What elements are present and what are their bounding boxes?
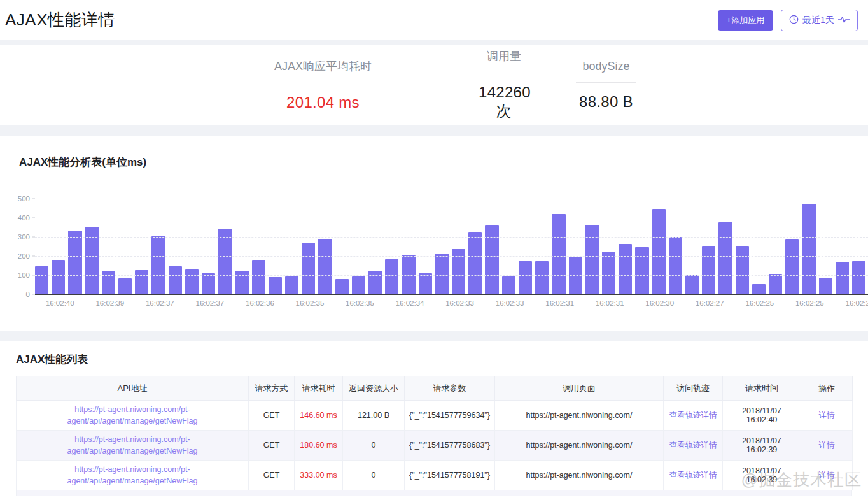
table-row: https://pt-agent.niwoning.com/pt-agent/a… [17,431,853,461]
bar [169,266,182,294]
stat-call-count: 调用量 142260次 [479,48,529,122]
bar [502,276,515,294]
cell-trace: 查看轨迹详情 [664,401,723,431]
cell-size: 0 [343,461,405,490]
cell-page: https://pt-agent.niwoning.com/ [495,431,664,461]
column-header-2: 请求耗时 [295,376,343,401]
x-tick-label: 16:02:25 [745,299,774,307]
bar [269,277,282,294]
bar [252,260,265,294]
column-header-1: 请求方式 [249,376,295,401]
bar [202,273,215,294]
ajax-performance-list-card: AJAX性能列表 API地址请求方式请求耗时返回资源大小请求参数调用页面访问轨迹… [0,341,868,500]
y-axis: 0100200300400500 [0,199,35,294]
cell-method: GET [249,401,295,431]
gridline-400 [35,218,868,218]
stat-avg-label: AJAX响应平均耗时 [245,59,401,83]
cell-action: 详情 [801,431,853,461]
bar-chart: 0100200300400500 [35,199,868,294]
bar [702,246,715,294]
bar [285,276,298,295]
y-tick-label: 500 [18,195,30,203]
bar [135,270,148,294]
column-header-6: 访问轨迹 [664,376,723,401]
next-row-sliver [16,490,852,496]
trace-link[interactable]: 查看轨迹详情 [669,441,717,450]
bar [585,225,599,294]
x-tick-label: 16:02:35 [296,299,325,307]
cell-params: {"_":"1541577759634"} [405,401,495,431]
gridline-0 [35,294,868,295]
bar [435,254,449,294]
bar [335,279,349,294]
bar [302,243,315,294]
bar [218,229,232,295]
time-range-label: 最近1天 [802,15,834,26]
stat-calls-value: 142260次 [479,73,529,122]
column-header-7: 请求时间 [723,376,801,401]
cell-duration: 146.60 ms [295,401,343,431]
bar [151,236,165,294]
table-row: https://pt-agent.niwoning.com/pt-agent/a… [17,401,853,431]
bar [635,247,648,294]
stat-bodysize: bodySize 88.80 B [576,60,636,111]
bar [602,252,615,295]
bar [185,269,199,294]
cell-trace: 查看轨迹详情 [664,431,723,461]
bar [68,231,81,295]
y-tick-label: 100 [18,271,30,279]
x-tick-label: 16:02:33 [445,299,474,307]
x-axis-labels: 16:02:4016:02:3916:02:3716:02:3716:02:36… [35,298,868,311]
x-tick-label: 16:02:31 [545,299,574,307]
action-link[interactable]: 详情 [819,441,835,450]
x-tick-label: 16:02:37 [195,299,224,307]
time-range-button[interactable]: 最近1天 [781,10,858,31]
top-bar: AJAX性能详情 +添加应用 最近1天 [0,0,868,40]
cell-api: https://pt-agent.niwoning.com/pt-agent/a… [17,431,249,461]
cell-size: 0 [343,431,405,461]
table-body: https://pt-agent.niwoning.com/pt-agent/a… [17,401,853,490]
cell-action: 详情 [801,461,853,490]
bar [485,225,498,294]
cell-time: 2018/11/07 16:02:40 [723,401,801,431]
bar [669,237,682,294]
action-link[interactable]: 详情 [819,411,835,420]
page-title: AJAX性能详情 [5,9,115,31]
add-app-button[interactable]: +添加应用 [718,10,774,31]
gridline-200 [35,256,868,257]
api-link[interactable]: https://pt-agent.niwoning.com/pt-agent/a… [31,404,234,427]
chart-title: AJAX性能分析表(单位ms) [0,155,868,169]
stat-avg-response-time: AJAX响应平均耗时 201.04 ms [245,59,401,111]
summary-stats-card: AJAX响应平均耗时 201.04 ms 调用量 142260次 bodySiz… [0,45,868,125]
bar [35,266,48,294]
column-header-3: 返回资源大小 [343,376,405,401]
gridline-500 [35,199,868,199]
table-row: https://pt-agent.niwoning.com/pt-agent/a… [17,461,853,490]
cell-action: 详情 [801,401,853,431]
table-header: API地址请求方式请求耗时返回资源大小请求参数调用页面访问轨迹请求时间操作 [17,376,853,401]
column-header-8: 操作 [801,376,853,401]
bar [752,284,766,295]
y-tick-label: 0 [26,290,30,298]
action-link[interactable]: 详情 [819,471,835,480]
stat-calls-label: 调用量 [479,48,529,73]
bar [619,244,632,294]
trace-link[interactable]: 查看轨迹详情 [669,471,717,480]
column-header-5: 调用页面 [495,376,664,401]
x-tick-label: 16:02:33 [496,299,524,307]
bar [519,261,532,294]
bar [368,271,382,294]
bar [552,214,565,294]
stat-avg-value: 201.04 ms [245,83,401,111]
bar [52,260,65,294]
cell-api: https://pt-agent.niwoning.com/pt-agent/a… [17,401,249,431]
x-tick-label: 16:02:39 [95,299,124,307]
api-link[interactable]: https://pt-agent.niwoning.com/pt-agent/a… [31,434,234,457]
trace-link[interactable]: 查看轨迹详情 [669,411,717,420]
cell-page: https://pt-agent.niwoning.com/ [495,461,664,490]
bar [736,246,749,294]
x-tick-label: 16:02:34 [396,299,424,307]
x-tick-label: 16:02:31 [596,299,624,307]
api-link[interactable]: https://pt-agent.niwoning.com/pt-agent/a… [31,464,234,487]
pulse-icon [838,15,850,25]
